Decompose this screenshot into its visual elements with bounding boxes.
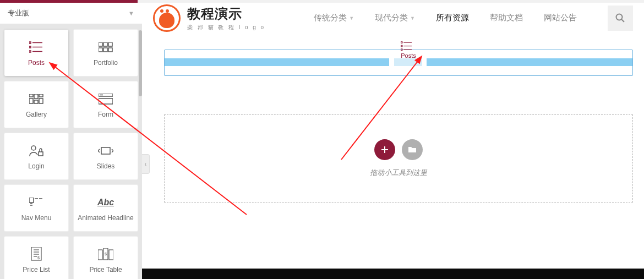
svg-rect-16 <box>34 100 38 103</box>
svg-rect-2 <box>29 46 31 48</box>
portfolio-grid-icon <box>99 39 113 56</box>
nav-menu-icon <box>29 194 43 211</box>
nav-label: 传统分类 <box>314 13 347 23</box>
template-library-button[interactable] <box>402 139 423 160</box>
posts-list-icon <box>29 39 43 56</box>
widget-portfolio[interactable]: Portfolio <box>74 30 138 76</box>
nav-item-modern[interactable]: 现代分类 ▼ <box>375 13 415 23</box>
widget-label: Price Table <box>89 266 122 273</box>
svg-rect-45 <box>401 49 402 50</box>
widget-label: Posts <box>28 59 45 67</box>
site-logo-text: 教程演示 柴 郡 猫 教 程 l o g o <box>187 5 265 31</box>
canvas-main: 教程演示 柴 郡 猫 教 程 l o g o 传统分类 ▼ 现代分类 ▼ 所有资… <box>142 3 644 279</box>
svg-rect-43 <box>401 45 402 46</box>
plus-icon <box>380 145 389 154</box>
nav-item-traditional[interactable]: 传统分类 ▼ <box>314 13 354 23</box>
widget-label: Portfolio <box>94 59 118 67</box>
posts-list-icon <box>401 41 416 51</box>
drop-bar-right <box>427 58 632 66</box>
chevron-down-icon: ▼ <box>128 10 134 17</box>
site-logo-icon <box>153 4 181 32</box>
drag-ghost-label: Posts <box>401 52 416 59</box>
login-lock-icon <box>29 143 43 159</box>
sidebar-section-toggle[interactable]: 专业版 ▼ <box>0 3 142 24</box>
price-list-icon: $ <box>30 246 42 262</box>
drop-insertion-gap <box>394 58 422 66</box>
svg-text:$: $ <box>37 256 40 260</box>
search-icon <box>615 13 625 23</box>
widget-nav-menu[interactable]: Nav Menu <box>4 185 68 231</box>
widget-label: Animated Headline <box>78 214 133 222</box>
site-nav: 传统分类 ▼ 现代分类 ▼ 所有资源 帮助文档 网站公告 <box>314 6 633 31</box>
svg-rect-4 <box>29 51 31 52</box>
widget-price-table[interactable]: $ Price Table <box>74 237 138 279</box>
widget-label: Price List <box>23 266 50 273</box>
drop-target-section[interactable]: Posts <box>164 50 633 76</box>
nav-item-all-resources[interactable]: 所有资源 <box>436 13 469 23</box>
svg-point-39 <box>616 14 623 20</box>
svg-rect-0 <box>29 42 31 43</box>
svg-rect-11 <box>108 48 112 52</box>
site-subtitle: 柴 郡 猫 教 程 l o g o <box>187 24 265 31</box>
form-stack-icon <box>99 91 113 107</box>
folder-icon <box>408 146 417 154</box>
widget-animated-headline[interactable]: Abc Animated Headline <box>74 185 138 231</box>
svg-rect-24 <box>29 198 34 203</box>
widget-login[interactable]: Login <box>4 133 68 179</box>
nav-item-announcements[interactable]: 网站公告 <box>544 13 577 23</box>
section-action-buttons <box>374 139 423 160</box>
site-title: 教程演示 <box>187 5 265 23</box>
svg-rect-17 <box>39 99 43 103</box>
canvas-area[interactable]: Posts 拖动小工具到这里 <box>142 33 644 203</box>
svg-rect-23 <box>101 147 110 154</box>
search-button[interactable] <box>608 6 633 31</box>
empty-section-hint: 拖动小工具到这里 <box>370 168 427 178</box>
svg-rect-22 <box>39 152 43 156</box>
caret-down-icon: ▼ <box>349 15 354 21</box>
add-section-button[interactable] <box>374 139 395 160</box>
widget-sidebar: 专业版 ▼ Posts Portfolio Gallery Form <box>0 3 142 279</box>
empty-section[interactable]: 拖动小工具到这里 <box>164 114 633 203</box>
price-table-icon: $ <box>98 246 113 262</box>
svg-rect-37 <box>109 250 113 260</box>
drag-ghost-posts: Posts <box>401 41 416 59</box>
svg-rect-35 <box>98 250 102 260</box>
sidebar-collapse-toggle[interactable]: ‹ <box>142 154 150 174</box>
svg-rect-10 <box>103 48 107 52</box>
nav-label: 所有资源 <box>436 13 469 23</box>
widget-label: Form <box>98 111 113 118</box>
widget-label: Slides <box>97 162 115 170</box>
svg-rect-15 <box>29 99 33 103</box>
widget-grid: Posts Portfolio Gallery Form Login <box>0 24 142 279</box>
widget-label: Login <box>28 162 44 170</box>
nav-label: 网站公告 <box>544 13 577 23</box>
nav-label: 现代分类 <box>375 13 408 23</box>
animated-text-icon: Abc <box>97 194 114 211</box>
widget-label: Gallery <box>26 111 47 118</box>
widget-price-list[interactable]: $ Price List <box>4 237 68 279</box>
sidebar-section-title: 专业版 <box>8 8 29 18</box>
widget-label: Nav Menu <box>21 214 52 222</box>
widget-posts[interactable]: Posts <box>4 30 68 76</box>
widget-form[interactable]: Form <box>74 81 138 128</box>
svg-rect-14 <box>39 94 43 97</box>
widget-slides[interactable]: Slides <box>74 133 138 179</box>
widget-gallery[interactable]: Gallery <box>4 81 68 128</box>
svg-line-40 <box>621 19 624 22</box>
svg-rect-7 <box>103 42 107 46</box>
gallery-masonry-icon <box>29 91 43 107</box>
drop-bar-left <box>165 58 389 66</box>
svg-rect-13 <box>34 94 38 99</box>
chevron-left-icon: ‹ <box>145 161 146 167</box>
svg-rect-29 <box>31 247 41 260</box>
svg-rect-41 <box>401 42 402 43</box>
svg-rect-8 <box>108 42 112 46</box>
nav-label: 帮助文档 <box>490 13 523 23</box>
svg-rect-19 <box>99 99 113 104</box>
svg-rect-9 <box>99 48 102 52</box>
svg-point-21 <box>31 146 36 150</box>
slides-arrows-icon <box>98 143 113 159</box>
page-footer <box>142 269 644 279</box>
nav-item-help-docs[interactable]: 帮助文档 <box>490 13 523 23</box>
svg-rect-12 <box>29 94 33 97</box>
